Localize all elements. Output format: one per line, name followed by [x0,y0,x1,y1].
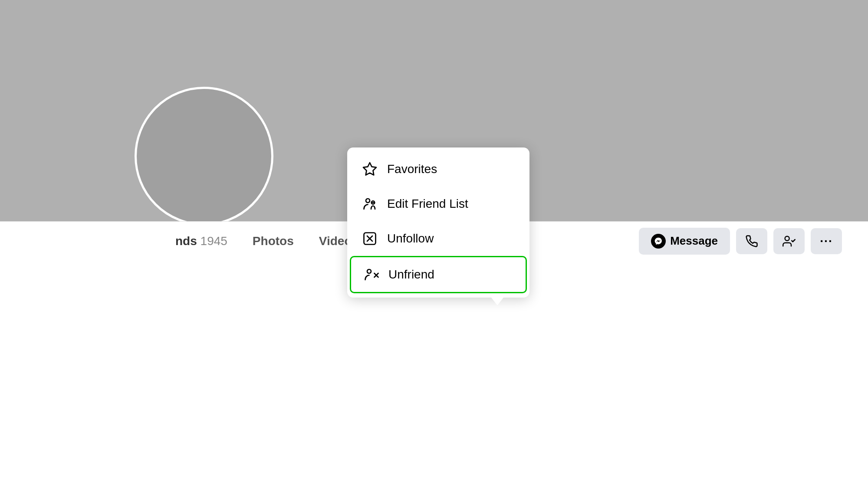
friends-count: 1945 [201,234,227,248]
profile-pic-wrapper [135,87,273,226]
unfollow-label: Unfollow [387,232,434,246]
tab-photos[interactable]: Photos [242,228,304,254]
user-check-icon [783,235,796,248]
nav-tabs: nds 1945 Photos Videos More ▾ [26,228,639,254]
photos-tab-label: Photos [253,234,294,248]
phone-icon [745,235,758,248]
message-label: Message [670,234,718,248]
svg-point-7 [367,269,371,273]
call-button[interactable] [736,228,767,254]
profile-picture [135,87,273,226]
edit-friends-icon [360,194,379,213]
unfriend-icon [362,265,381,284]
dropdown-item-edit-friend-list[interactable]: Edit Friend List [350,187,527,221]
tab-friends[interactable]: nds 1945 [165,228,238,254]
dropdown-arrow [491,298,503,305]
unfollow-icon [360,229,379,248]
svg-point-10 [785,236,789,240]
friends-tab-label: nds [175,234,197,248]
dropdown-menu: Favorites Edit Friend List [347,147,529,298]
star-icon [360,160,379,179]
favorites-label: Favorites [387,162,437,176]
dropdown-item-unfollow[interactable]: Unfollow [350,221,527,256]
more-options-button[interactable]: ··· [811,228,842,254]
dropdown-item-favorites[interactable]: Favorites [350,152,527,187]
edit-friend-list-label: Edit Friend List [387,197,468,211]
messenger-icon [651,234,666,249]
svg-point-1 [366,199,370,203]
action-buttons: Message ··· [639,228,842,255]
dropdown-item-unfriend[interactable]: Unfriend [350,256,527,293]
unfriend-label: Unfriend [388,268,434,282]
ellipsis-icon: ··· [820,234,832,248]
svg-marker-0 [363,163,376,175]
message-button[interactable]: Message [639,228,730,255]
friends-button[interactable] [773,228,805,254]
cover-photo: Favorites Edit Friend List [0,0,868,260]
